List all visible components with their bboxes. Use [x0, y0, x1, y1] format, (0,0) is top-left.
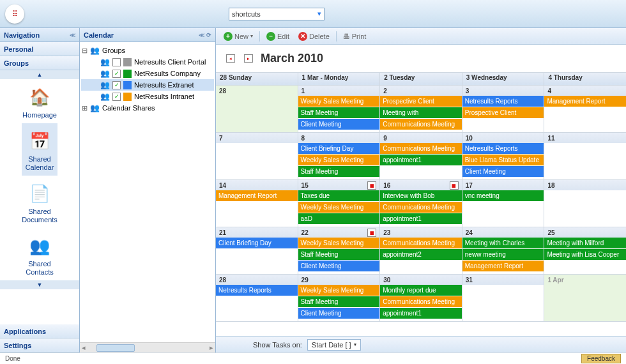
- day-cell[interactable]: 4Management Report: [544, 86, 626, 133]
- print-button[interactable]: 🖶 Print: [340, 33, 369, 40]
- tree-shares[interactable]: ⊞👥Calendar Shares: [81, 102, 214, 114]
- horizontal-scrollbar[interactable]: ◂ ▸: [80, 342, 215, 353]
- prev-month-icon[interactable]: ◂: [225, 53, 236, 64]
- nav-groups[interactable]: Groups: [0, 56, 79, 70]
- event[interactable]: Staff Meeting: [298, 107, 380, 118]
- tree-item[interactable]: 👥✓Netresults Extranet: [81, 79, 214, 91]
- tree-item[interactable]: 👥Netresults Client Portal: [81, 56, 214, 68]
- day-cell[interactable]: 25Meeting with MilfordMeeting with Lisa …: [544, 227, 626, 275]
- checkbox[interactable]: ✓: [112, 70, 121, 78]
- event[interactable]: aaD: [298, 213, 380, 224]
- event[interactable]: Management Report: [544, 96, 626, 107]
- nav-group-homepage[interactable]: 🏠Homepage: [22, 79, 57, 123]
- event[interactable]: Meeting with Lisa Cooper: [544, 249, 626, 260]
- day-cell[interactable]: 28Netresults Reports: [216, 275, 298, 322]
- day-cell[interactable]: 11: [544, 133, 626, 180]
- event[interactable]: Meeting with Milford: [544, 238, 626, 248]
- day-cell[interactable]: 9Communications Meetingappointment1: [379, 133, 462, 180]
- collapse-icon[interactable]: ⊟: [81, 47, 88, 55]
- day-cell[interactable]: 8Client Briefing DayWeekly Sales Meeting…: [298, 133, 380, 180]
- event[interactable]: appointment1: [380, 213, 462, 224]
- event[interactable]: Client Briefing Day: [216, 238, 298, 248]
- event[interactable]: appointment1: [380, 155, 462, 165]
- nav-group-shared-documents[interactable]: 📄SharedDocuments: [22, 176, 57, 228]
- event[interactable]: Staff Meeting: [298, 249, 380, 260]
- event[interactable]: Netresults Reports: [462, 143, 544, 154]
- day-cell[interactable]: 10Netresults ReportsBlue Llama Status Up…: [462, 133, 544, 180]
- day-cell[interactable]: 7: [216, 133, 298, 180]
- event[interactable]: Meeting with Charles: [462, 238, 544, 248]
- event[interactable]: Communications Meeting: [380, 202, 462, 213]
- day-cell[interactable]: 31: [462, 275, 544, 322]
- day-cell[interactable]: 2Prospective ClientMeeting withCommunica…: [379, 86, 462, 133]
- scroll-up-icon[interactable]: ▲: [0, 70, 79, 79]
- nav-group-shared-contacts[interactable]: 👥SharedContacts: [22, 228, 57, 280]
- scroll-down-icon[interactable]: ▼: [0, 280, 79, 289]
- event[interactable]: Management Report: [462, 261, 544, 271]
- event[interactable]: Prospective Client: [462, 107, 544, 118]
- day-cell[interactable]: 15▦Taxes dueWeekly Sales MeetingaaD: [298, 180, 380, 227]
- checkbox[interactable]: ✓: [112, 81, 121, 89]
- day-cell[interactable]: 17vnc meeting: [462, 180, 544, 227]
- day-cell[interactable]: 22▦Weekly Sales MeetingStaff MeetingClie…: [298, 227, 380, 275]
- event[interactable]: Blue Llama Status Update: [462, 155, 544, 165]
- event[interactable]: Client Meeting: [462, 166, 544, 177]
- event[interactable]: Monthly report due: [380, 285, 462, 296]
- event[interactable]: Weekly Sales Meeting: [298, 202, 380, 213]
- event[interactable]: vnc meeting: [462, 190, 544, 201]
- event[interactable]: Weekly Sales Meeting: [298, 238, 380, 248]
- event[interactable]: Client Meeting: [298, 308, 380, 319]
- event[interactable]: Staff Meeting: [298, 166, 380, 177]
- nav-group-shared-calendar[interactable]: 📅SharedCalendar: [22, 123, 57, 176]
- event[interactable]: Communications Meeting: [380, 238, 462, 248]
- event[interactable]: Meeting with: [380, 107, 462, 118]
- event[interactable]: Communications Meeting: [380, 119, 462, 130]
- day-cell[interactable]: 29Weekly Sales MeetingStaff MeetingClien…: [298, 275, 380, 322]
- checkbox[interactable]: [112, 58, 121, 66]
- next-month-icon[interactable]: ▸: [243, 53, 254, 64]
- event[interactable]: neww meeting: [462, 249, 544, 260]
- event[interactable]: Taxes due: [298, 190, 380, 201]
- event[interactable]: Weekly Sales Meeting: [298, 285, 380, 296]
- event[interactable]: Weekly Sales Meeting: [298, 155, 380, 165]
- event[interactable]: Communications Meeting: [380, 143, 462, 154]
- delete-button[interactable]: ✕ Delete: [296, 32, 332, 41]
- event[interactable]: Management Report: [216, 190, 298, 201]
- nav-personal[interactable]: Personal: [0, 42, 79, 56]
- event[interactable]: Netresults Reports: [216, 285, 298, 296]
- event[interactable]: Prospective Client: [380, 96, 462, 107]
- task-filter-button[interactable]: Start Date [ ] ▾: [307, 339, 361, 351]
- scrollbar-thumb[interactable]: [96, 344, 135, 352]
- tree-item[interactable]: 👥✓NetResults Intranet: [81, 91, 214, 102]
- day-cell[interactable]: 30Monthly report dueCommunications Meeti…: [379, 275, 462, 322]
- day-cell[interactable]: 21Client Briefing Day: [216, 227, 298, 275]
- event[interactable]: Client Meeting: [298, 119, 380, 130]
- event[interactable]: Weekly Sales Meeting: [298, 96, 380, 107]
- event[interactable]: appointment2: [380, 249, 462, 260]
- day-cell[interactable]: 28: [216, 86, 298, 133]
- event[interactable]: Staff Meeting: [298, 296, 380, 307]
- edit-button[interactable]: – Edit: [264, 32, 292, 41]
- day-cell[interactable]: 1 Apr: [544, 275, 626, 322]
- nav-settings[interactable]: Settings: [0, 338, 79, 353]
- day-cell[interactable]: 18: [544, 180, 626, 227]
- event[interactable]: Client Briefing Day: [298, 143, 380, 154]
- event[interactable]: Communications Meeting: [380, 296, 462, 307]
- event[interactable]: Client Meeting: [298, 261, 380, 271]
- day-cell[interactable]: 16▦Interview with BobCommunications Meet…: [379, 180, 462, 227]
- checkbox[interactable]: ✓: [112, 93, 121, 101]
- expand-icon[interactable]: ⊞: [81, 104, 88, 112]
- day-cell[interactable]: 23Communications Meetingappointment2: [379, 227, 462, 275]
- collapse-icon[interactable]: ≪: [70, 32, 75, 38]
- day-cell[interactable]: 14Management Report: [216, 180, 298, 227]
- nav-applications[interactable]: Applications: [0, 324, 79, 338]
- shortcuts-dropdown[interactable]: shortcuts ▾: [229, 8, 324, 20]
- event[interactable]: Interview with Bob: [380, 190, 462, 201]
- feedback-button[interactable]: Feedback: [581, 354, 621, 363]
- day-cell[interactable]: 3Netresults ReportsProspective Client: [462, 86, 544, 133]
- event[interactable]: Netresults Reports: [462, 96, 544, 107]
- day-cell[interactable]: 1Weekly Sales MeetingStaff MeetingClient…: [298, 86, 380, 133]
- tree-item[interactable]: 👥✓NetResults Company: [81, 68, 214, 79]
- day-cell[interactable]: 24Meeting with Charlesneww meetingManage…: [462, 227, 544, 275]
- event[interactable]: appointment1: [380, 308, 462, 319]
